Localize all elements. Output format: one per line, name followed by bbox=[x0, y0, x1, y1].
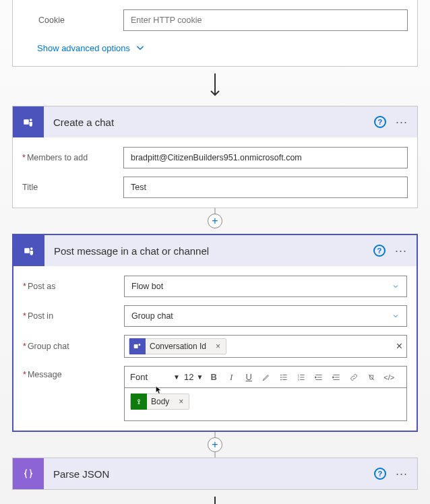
connector-arrow bbox=[12, 490, 418, 504]
underline-button[interactable]: U bbox=[242, 372, 255, 382]
post-message-header[interactable]: Post message in a chat or channel ? ··· bbox=[13, 235, 417, 266]
svg-point-7 bbox=[280, 377, 282, 378]
connector-arrow bbox=[12, 67, 418, 106]
svg-point-8 bbox=[280, 379, 282, 380]
highlight-button[interactable] bbox=[259, 373, 273, 382]
teams-small-icon bbox=[129, 338, 146, 354]
members-input[interactable] bbox=[123, 147, 408, 168]
italic-button[interactable]: I bbox=[224, 372, 238, 383]
insert-step-button[interactable]: + bbox=[208, 214, 222, 228]
add-step-connector: + bbox=[12, 208, 418, 234]
svg-point-3 bbox=[30, 247, 33, 250]
chevron-down-icon bbox=[134, 42, 146, 54]
svg-text:3: 3 bbox=[298, 378, 299, 381]
rte-toolbar: Font ▼ 12 ▼ B I U 123 bbox=[124, 366, 407, 387]
teams-icon bbox=[13, 235, 44, 266]
help-icon[interactable]: ? bbox=[374, 116, 386, 128]
post-message-title: Post message in a chat or channel bbox=[44, 245, 373, 257]
show-advanced-options-link[interactable]: Show advanced options bbox=[13, 35, 417, 61]
message-label: *Message bbox=[23, 366, 124, 379]
teams-icon bbox=[13, 106, 44, 137]
post-message-card: Post message in a chat or channel ? ··· … bbox=[12, 234, 418, 432]
post-in-label: *Post in bbox=[23, 311, 124, 321]
clear-field-button[interactable]: × bbox=[396, 340, 402, 352]
svg-rect-0 bbox=[24, 119, 29, 125]
code-view-button[interactable]: </> bbox=[382, 373, 396, 381]
token-remove-button[interactable]: × bbox=[210, 342, 226, 351]
help-icon[interactable]: ? bbox=[374, 468, 386, 480]
request-icon bbox=[131, 393, 147, 410]
svg-point-6 bbox=[280, 374, 282, 375]
font-size-picker[interactable]: 12 ▼ bbox=[184, 372, 203, 382]
font-family-picker[interactable]: Font ▼ bbox=[130, 372, 180, 382]
members-label: *Members to add bbox=[22, 153, 123, 162]
chevron-down-icon bbox=[392, 312, 400, 320]
indent-button[interactable] bbox=[330, 373, 343, 382]
card-menu-button[interactable]: ··· bbox=[396, 467, 408, 481]
svg-point-1 bbox=[30, 119, 32, 121]
parse-json-title: Parse JSON bbox=[44, 468, 374, 480]
create-chat-title: Create a chat bbox=[44, 117, 374, 128]
bold-button[interactable]: B bbox=[207, 372, 220, 382]
cookie-input[interactable] bbox=[123, 9, 408, 31]
add-step-connector: + bbox=[12, 432, 418, 458]
post-as-label: *Post as bbox=[23, 282, 124, 291]
message-editor[interactable]: Body × bbox=[124, 387, 407, 421]
clear-format-button[interactable] bbox=[365, 373, 378, 382]
card-menu-button[interactable]: ··· bbox=[396, 115, 408, 129]
chat-title-label: Title bbox=[22, 183, 123, 192]
create-chat-card: Create a chat ? ··· *Members to add Titl… bbox=[12, 106, 418, 208]
conversation-id-token[interactable]: Conversation Id × bbox=[129, 338, 226, 354]
parse-json-header[interactable]: Parse JSON ? ··· bbox=[13, 458, 417, 489]
cookie-label: Cookie bbox=[22, 15, 123, 25]
create-chat-header[interactable]: Create a chat ? ··· bbox=[13, 106, 417, 137]
group-chat-input[interactable]: Conversation Id × × bbox=[124, 335, 407, 358]
help-icon[interactable]: ? bbox=[373, 245, 386, 257]
bullet-list-button[interactable] bbox=[277, 373, 290, 382]
parse-json-card: Parse JSON ? ··· bbox=[12, 458, 418, 490]
post-as-select[interactable]: Flow bot bbox=[124, 276, 407, 297]
svg-point-5 bbox=[138, 344, 140, 346]
parse-json-icon bbox=[13, 458, 44, 489]
http-card: Cookie Show advanced options bbox=[12, 0, 418, 67]
numbered-list-button[interactable]: 123 bbox=[295, 373, 308, 382]
cookie-row: Cookie bbox=[13, 5, 417, 35]
chevron-down-icon bbox=[392, 282, 400, 290]
post-in-select[interactable]: Group chat bbox=[124, 305, 407, 327]
group-chat-label: *Group chat bbox=[23, 342, 124, 351]
token-remove-button[interactable]: × bbox=[173, 397, 189, 406]
chat-title-input[interactable] bbox=[123, 177, 408, 198]
svg-point-12 bbox=[138, 400, 140, 402]
insert-step-button[interactable]: + bbox=[208, 437, 222, 452]
cursor-icon bbox=[154, 384, 164, 396]
svg-rect-4 bbox=[134, 344, 138, 348]
link-button[interactable] bbox=[347, 373, 361, 382]
svg-rect-2 bbox=[24, 248, 30, 253]
card-menu-button[interactable]: ··· bbox=[395, 244, 407, 258]
outdent-button[interactable] bbox=[312, 373, 326, 382]
